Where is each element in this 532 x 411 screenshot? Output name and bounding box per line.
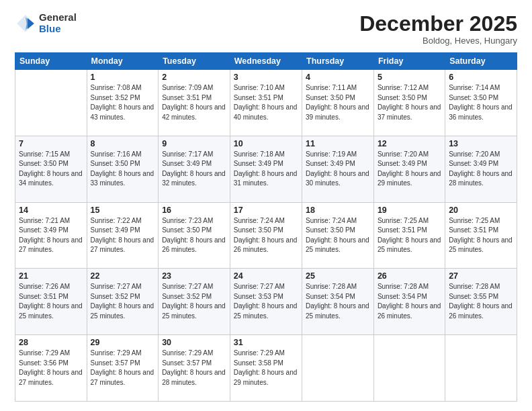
day-header-monday: Monday — [87, 53, 159, 70]
day-info: Sunrise: 7:24 AM Sunset: 3:50 PM Dayligh… — [234, 216, 298, 255]
day-info: Sunrise: 7:12 AM Sunset: 3:50 PM Dayligh… — [378, 83, 441, 122]
day-cell: 4Sunrise: 7:11 AM Sunset: 3:50 PM Daylig… — [302, 70, 374, 136]
day-number: 1 — [91, 73, 155, 82]
week-row-3: 21Sunrise: 7:26 AM Sunset: 3:51 PM Dayli… — [15, 269, 517, 335]
day-number: 6 — [449, 73, 513, 82]
day-header-saturday: Saturday — [445, 53, 517, 70]
day-info: Sunrise: 7:27 AM Sunset: 3:52 PM Dayligh… — [162, 282, 226, 321]
subtitle: Boldog, Heves, Hungary — [359, 36, 517, 46]
week-row-1: 7Sunrise: 7:15 AM Sunset: 3:50 PM Daylig… — [15, 136, 517, 202]
day-header-sunday: Sunday — [15, 53, 87, 70]
day-cell: 1Sunrise: 7:08 AM Sunset: 3:52 PM Daylig… — [87, 70, 159, 136]
day-cell: 13Sunrise: 7:20 AM Sunset: 3:49 PM Dayli… — [445, 136, 517, 202]
calendar-table: SundayMondayTuesdayWednesdayThursdayFrid… — [15, 52, 517, 402]
day-info: Sunrise: 7:24 AM Sunset: 3:50 PM Dayligh… — [306, 216, 370, 255]
logo-general-text: General — [39, 12, 77, 24]
main-title: December 2025 — [359, 12, 517, 36]
day-cell: 15Sunrise: 7:22 AM Sunset: 3:49 PM Dayli… — [87, 202, 159, 269]
day-cell: 16Sunrise: 7:23 AM Sunset: 3:50 PM Dayli… — [159, 202, 230, 269]
day-cell: 20Sunrise: 7:25 AM Sunset: 3:51 PM Dayli… — [445, 202, 517, 269]
day-cell: 14Sunrise: 7:21 AM Sunset: 3:49 PM Dayli… — [15, 202, 87, 269]
day-cell: 24Sunrise: 7:27 AM Sunset: 3:53 PM Dayli… — [230, 269, 302, 335]
day-cell: 10Sunrise: 7:18 AM Sunset: 3:49 PM Dayli… — [230, 136, 302, 202]
day-header-thursday: Thursday — [302, 53, 374, 70]
day-number: 17 — [234, 205, 298, 215]
day-cell: 29Sunrise: 7:29 AM Sunset: 3:57 PM Dayli… — [87, 335, 159, 402]
day-number: 31 — [234, 338, 298, 347]
day-number: 2 — [162, 73, 226, 82]
day-info: Sunrise: 7:29 AM Sunset: 3:58 PM Dayligh… — [234, 349, 298, 387]
day-info: Sunrise: 7:17 AM Sunset: 3:49 PM Dayligh… — [162, 150, 226, 189]
day-info: Sunrise: 7:08 AM Sunset: 3:52 PM Dayligh… — [91, 83, 155, 122]
day-cell: 9Sunrise: 7:17 AM Sunset: 3:49 PM Daylig… — [159, 136, 230, 202]
day-number: 5 — [378, 73, 441, 82]
day-info: Sunrise: 7:27 AM Sunset: 3:53 PM Dayligh… — [234, 282, 298, 321]
week-row-2: 14Sunrise: 7:21 AM Sunset: 3:49 PM Dayli… — [15, 202, 517, 269]
day-info: Sunrise: 7:11 AM Sunset: 3:50 PM Dayligh… — [306, 83, 370, 122]
day-number: 21 — [19, 271, 83, 281]
day-cell: 3Sunrise: 7:10 AM Sunset: 3:51 PM Daylig… — [230, 70, 302, 136]
day-info: Sunrise: 7:28 AM Sunset: 3:54 PM Dayligh… — [378, 282, 441, 321]
day-info: Sunrise: 7:18 AM Sunset: 3:49 PM Dayligh… — [234, 150, 298, 189]
day-info: Sunrise: 7:26 AM Sunset: 3:51 PM Dayligh… — [19, 282, 83, 321]
day-number: 14 — [19, 205, 83, 215]
day-info: Sunrise: 7:22 AM Sunset: 3:49 PM Dayligh… — [91, 216, 155, 255]
day-number: 25 — [306, 271, 370, 281]
day-info: Sunrise: 7:16 AM Sunset: 3:50 PM Dayligh… — [91, 150, 155, 189]
week-row-4: 28Sunrise: 7:29 AM Sunset: 3:56 PM Dayli… — [15, 335, 517, 402]
day-cell: 19Sunrise: 7:25 AM Sunset: 3:51 PM Dayli… — [373, 202, 445, 269]
day-cell: 12Sunrise: 7:20 AM Sunset: 3:49 PM Dayli… — [373, 136, 445, 202]
day-info: Sunrise: 7:21 AM Sunset: 3:49 PM Dayligh… — [19, 216, 83, 255]
day-header-friday: Friday — [373, 53, 445, 70]
day-info: Sunrise: 7:19 AM Sunset: 3:49 PM Dayligh… — [306, 150, 370, 189]
day-info: Sunrise: 7:27 AM Sunset: 3:52 PM Dayligh… — [91, 282, 155, 321]
day-cell: 11Sunrise: 7:19 AM Sunset: 3:49 PM Dayli… — [302, 136, 374, 202]
day-cell: 17Sunrise: 7:24 AM Sunset: 3:50 PM Dayli… — [230, 202, 302, 269]
day-number: 30 — [162, 338, 226, 347]
day-number: 22 — [91, 271, 155, 281]
day-number: 12 — [378, 139, 441, 148]
day-info: Sunrise: 7:29 AM Sunset: 3:57 PM Dayligh… — [162, 349, 226, 387]
day-number: 15 — [91, 205, 155, 215]
day-header-tuesday: Tuesday — [159, 53, 230, 70]
day-cell: 27Sunrise: 7:28 AM Sunset: 3:55 PM Dayli… — [445, 269, 517, 335]
header: General Blue December 2025 Boldog, Heves… — [15, 12, 517, 46]
logo: General Blue — [15, 12, 77, 34]
day-info: Sunrise: 7:20 AM Sunset: 3:49 PM Dayligh… — [378, 150, 441, 189]
day-cell: 25Sunrise: 7:28 AM Sunset: 3:54 PM Dayli… — [302, 269, 374, 335]
day-number: 13 — [449, 139, 513, 148]
day-cell: 23Sunrise: 7:27 AM Sunset: 3:52 PM Dayli… — [159, 269, 230, 335]
day-info: Sunrise: 7:23 AM Sunset: 3:50 PM Dayligh… — [162, 216, 226, 255]
day-number: 16 — [162, 205, 226, 215]
day-cell: 6Sunrise: 7:14 AM Sunset: 3:50 PM Daylig… — [445, 70, 517, 136]
day-cell — [15, 70, 87, 136]
logo-text: General Blue — [39, 12, 77, 34]
day-info: Sunrise: 7:09 AM Sunset: 3:51 PM Dayligh… — [162, 83, 226, 122]
day-info: Sunrise: 7:29 AM Sunset: 3:56 PM Dayligh… — [19, 349, 83, 387]
day-number: 23 — [162, 271, 226, 281]
day-cell: 8Sunrise: 7:16 AM Sunset: 3:50 PM Daylig… — [87, 136, 159, 202]
day-header-wednesday: Wednesday — [230, 53, 302, 70]
day-cell: 26Sunrise: 7:28 AM Sunset: 3:54 PM Dayli… — [373, 269, 445, 335]
day-number: 18 — [306, 205, 370, 215]
day-number: 9 — [162, 139, 226, 148]
day-number: 29 — [91, 338, 155, 347]
day-number: 24 — [234, 271, 298, 281]
day-info: Sunrise: 7:28 AM Sunset: 3:55 PM Dayligh… — [449, 282, 513, 321]
day-cell: 5Sunrise: 7:12 AM Sunset: 3:50 PM Daylig… — [373, 70, 445, 136]
page: General Blue December 2025 Boldog, Heves… — [0, 0, 532, 411]
day-info: Sunrise: 7:15 AM Sunset: 3:50 PM Dayligh… — [19, 150, 83, 189]
day-number: 19 — [378, 205, 441, 215]
logo-blue-text: Blue — [39, 24, 77, 35]
day-cell: 30Sunrise: 7:29 AM Sunset: 3:57 PM Dayli… — [159, 335, 230, 402]
day-cell: 7Sunrise: 7:15 AM Sunset: 3:50 PM Daylig… — [15, 136, 87, 202]
day-info: Sunrise: 7:10 AM Sunset: 3:51 PM Dayligh… — [234, 83, 298, 122]
week-row-0: 1Sunrise: 7:08 AM Sunset: 3:52 PM Daylig… — [15, 70, 517, 136]
day-number: 26 — [378, 271, 441, 281]
day-cell — [445, 335, 517, 402]
day-cell: 22Sunrise: 7:27 AM Sunset: 3:52 PM Dayli… — [87, 269, 159, 335]
day-number: 28 — [19, 338, 83, 347]
day-cell: 2Sunrise: 7:09 AM Sunset: 3:51 PM Daylig… — [159, 70, 230, 136]
day-cell — [373, 335, 445, 402]
day-number: 27 — [449, 271, 513, 281]
